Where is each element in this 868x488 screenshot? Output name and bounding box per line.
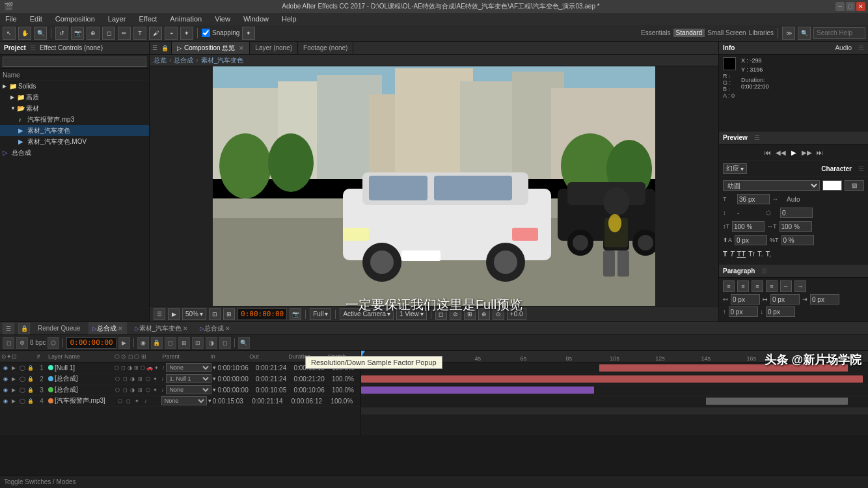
snapping-area[interactable]: Snapping	[202, 29, 239, 37]
preview-next-btn[interactable]: ▶▶	[802, 147, 812, 157]
layer-2-parent-dropdown[interactable]: 1. Null 1	[166, 374, 211, 383]
comp-lock-icon[interactable]: 🔒	[161, 45, 169, 51]
track-bar-4[interactable]	[706, 398, 848, 405]
character-tab[interactable]: Character	[821, 165, 852, 172]
comp2-timeline-tab[interactable]: ▷ 总合成 ✕	[196, 322, 234, 334]
style-subscript[interactable]: T,	[765, 250, 771, 258]
pen-tool-button[interactable]: ✏	[118, 27, 131, 40]
zoom-dropdown[interactable]: 50% ▾	[182, 308, 206, 320]
layer-4-parent-dropdown[interactable]: None	[161, 396, 207, 405]
font-swatch2[interactable]: ▨	[845, 180, 864, 191]
breadcrumb-item-1[interactable]: 总览	[154, 56, 167, 65]
char-menu-icon[interactable]: ☰	[858, 165, 864, 172]
snap-icon[interactable]: ✦	[242, 27, 255, 40]
mask-tool-button[interactable]: ◻	[102, 27, 115, 40]
layer-4-star[interactable]: ✦	[133, 397, 141, 405]
preview-first-btn[interactable]: ⏮	[763, 147, 773, 157]
tl-lock-btn[interactable]: 🔒	[18, 323, 30, 334]
standard-label[interactable]: Standard	[673, 29, 705, 37]
layer-3-expand[interactable]: ▶	[10, 386, 18, 394]
layer-2-effects[interactable]: ⊞	[137, 375, 144, 383]
layer-3-cc[interactable]: ◻	[122, 386, 129, 394]
info-tab[interactable]: Info	[723, 44, 735, 51]
minimize-button[interactable]: ─	[835, 2, 845, 11]
text-tool-button[interactable]: T	[133, 27, 146, 40]
tree-item-audio[interactable]: ♪ 汽车报警声.mp3	[0, 114, 149, 125]
layer-3-lock[interactable]: 🔒	[27, 386, 34, 394]
para-menu-icon[interactable]: ☰	[761, 267, 767, 275]
layer-4-visibility[interactable]: ◉	[1, 397, 9, 405]
layer-1-slash[interactable]: /	[160, 364, 166, 372]
paragraph-tab[interactable]: Paragraph	[723, 267, 755, 275]
comp-tab-close[interactable]: ✕	[239, 45, 244, 51]
align-center-btn[interactable]: ≡	[737, 280, 749, 292]
indent-left-input[interactable]	[731, 294, 760, 305]
horiz-scale-input[interactable]	[780, 221, 812, 232]
style-bold[interactable]: T	[723, 250, 727, 258]
render-quality-btn[interactable]: ⊙	[493, 308, 504, 320]
tl-graph-btn[interactable]: ⬡	[47, 337, 59, 349]
indent-first-input[interactable]	[810, 294, 839, 305]
layer-1-mb[interactable]: ◑	[127, 364, 133, 372]
layer-1-lock[interactable]: 🔒	[27, 364, 34, 372]
small-screen-label[interactable]: Small Screen	[707, 29, 746, 36]
select-tool-button[interactable]: ↖	[3, 27, 16, 40]
views-dropdown[interactable]: 1 View ▾	[396, 308, 427, 320]
timeline-timecode[interactable]: 0:00:00:00	[66, 337, 116, 349]
panel-menu-button[interactable]: ≫	[782, 27, 795, 40]
menu-file[interactable]: File	[3, 13, 20, 25]
layer-2-visibility[interactable]: ◉	[1, 375, 9, 383]
style-italic[interactable]: T	[730, 250, 735, 258]
indent-right-input[interactable]	[770, 294, 800, 305]
tl-play-btn[interactable]: ▶	[118, 337, 130, 349]
paint-tool-button[interactable]: ⌁	[165, 27, 178, 40]
tl-collapse-btn[interactable]: ⊞	[178, 337, 190, 349]
region-btn[interactable]: ⊞	[223, 308, 235, 320]
comp-timeline-close[interactable]: ✕	[118, 325, 123, 332]
layer-2-shy[interactable]: ⬡	[114, 375, 121, 383]
style-strikethrough[interactable]: Tr	[748, 250, 755, 258]
search-input[interactable]	[813, 27, 865, 39]
font-family-dropdown[interactable]: 幼圆	[723, 180, 820, 191]
preview-play-btn[interactable]: ▶	[789, 147, 799, 157]
tl-frame-blend-btn[interactable]: ⊡	[192, 337, 204, 349]
layer-3-3d[interactable]: ⬡	[144, 386, 152, 394]
camera-tool-button[interactable]: 📷	[71, 27, 84, 40]
toggle-switches-label[interactable]: Toggle Switches / Modes	[4, 478, 76, 485]
render-btn-2[interactable]: ⊘	[450, 308, 461, 320]
viewer-timecode[interactable]: 0:00:00:00	[237, 308, 287, 320]
layer-2-lock[interactable]: 🔒	[27, 375, 34, 383]
tl-3d-btn[interactable]: ◻	[219, 337, 231, 349]
layer-1-cc[interactable]: ◻	[120, 364, 126, 372]
layer-3-solo[interactable]: ◯	[18, 386, 26, 394]
layer-1-expand[interactable]: ▶	[10, 364, 18, 372]
layer-3-name[interactable]: [总合成]	[55, 385, 114, 394]
render-value-btn[interactable]: +0.0	[507, 308, 526, 320]
kerning-input[interactable]	[780, 208, 813, 218]
comp-timeline-tab[interactable]: ▷ 总合成 ✕	[88, 322, 127, 334]
layer-3-slash[interactable]: /	[159, 386, 167, 394]
tree-item-video2[interactable]: ▶ 素材_汽车变色.MOV	[0, 136, 149, 147]
render-queue-tab[interactable]: Render Queue	[34, 322, 85, 334]
align-right2-btn[interactable]: →	[794, 280, 806, 292]
layer-3-visibility[interactable]: ◉	[1, 386, 9, 394]
preview-menu-icon[interactable]: ☰	[754, 134, 760, 141]
tree-item-highquality[interactable]: ▶ 📁 高质	[0, 92, 149, 103]
hand-tool-button[interactable]: ✋	[18, 27, 31, 40]
tl-lock2-btn[interactable]: 🔒	[151, 337, 163, 349]
tree-item-footage[interactable]: ▼ 📂 素材	[0, 103, 149, 114]
audio-tab[interactable]: Audio	[835, 44, 852, 51]
menu-effect[interactable]: Effect	[136, 13, 159, 25]
breadcrumb-item-2[interactable]: 总合成	[174, 56, 193, 65]
layer-1-3d[interactable]: ⬡	[140, 364, 146, 372]
fit-viewer-btn[interactable]: ⊡	[209, 308, 221, 320]
tl-shy-btn[interactable]: ◻	[165, 337, 176, 349]
layer-3-mb[interactable]: ◑	[129, 386, 137, 394]
breadcrumb-item-3[interactable]: 素材_汽车变色	[201, 56, 244, 65]
layer-1-parent-dropdown[interactable]: None	[166, 363, 211, 372]
preview-last-btn[interactable]: ⏭	[815, 147, 825, 157]
footage-timeline-close[interactable]: ✕	[183, 325, 188, 332]
layer-1-name[interactable]: [Null 1]	[55, 364, 114, 372]
preview-mode-dropdown[interactable]: 幻应 ▾	[723, 163, 747, 174]
camera-dropdown[interactable]: Active Camera ▾	[340, 308, 394, 320]
